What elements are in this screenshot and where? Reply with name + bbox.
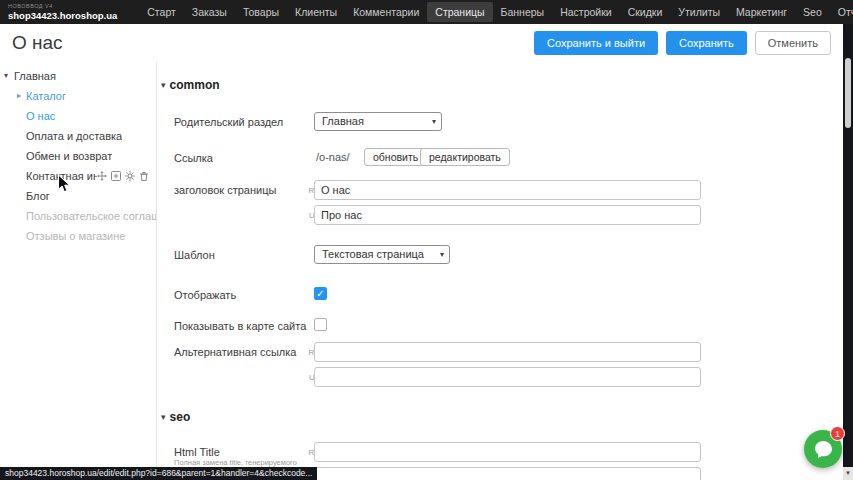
refresh-link-button[interactable]: обновить <box>364 148 427 166</box>
tree-item-actions <box>97 171 149 181</box>
nav-products[interactable]: Товары <box>235 2 287 22</box>
horoshop-admin-window: НОВОВВОД V4 shop34423.horoshop.ua Старт … <box>0 0 853 480</box>
nav-clients[interactable]: Клиенты <box>287 2 345 22</box>
html-title-ru-input[interactable] <box>314 442 701 462</box>
field-display: Отображать ✓ <box>174 285 843 307</box>
pages-tree-sidebar: ▾ Главная ▸ Каталог О нас Оплата и доста… <box>0 62 157 480</box>
caret-down-icon: ▾ <box>161 80 166 90</box>
edit-link-button[interactable]: редактировать <box>420 148 510 166</box>
logo-subtitle: НОВОВВОД V4 <box>8 4 117 10</box>
link-path: /o-nas/ <box>316 151 350 163</box>
nav-start[interactable]: Старт <box>139 2 184 22</box>
caret-right-icon[interactable]: ▸ <box>17 86 26 106</box>
caret-down-icon[interactable]: ▾ <box>4 66 13 86</box>
chevron-down-icon: ▾ <box>432 113 436 130</box>
nav-reports[interactable]: Отчеты <box>830 2 853 22</box>
chat-unread-badge: 1 <box>830 426 845 441</box>
link-preview-statusbar: shop34423.horoshop.ua/edit/edit.php?id=6… <box>0 467 317 480</box>
field-link: Ссылка /o-nas/ обновить редактировать <box>174 148 843 170</box>
nav-settings[interactable]: Настройки <box>552 2 620 22</box>
scroll-down-arrow-icon[interactable]: ▼ <box>843 467 853 480</box>
nav-orders[interactable]: Заказы <box>184 2 235 22</box>
header-buttons: Сохранить и выйти Сохранить Отменить <box>534 31 831 55</box>
parent-section-select[interactable]: Главная ▾ <box>314 112 442 131</box>
chevron-down-icon: ▾ <box>440 246 444 263</box>
scrollbar: ▼ <box>843 24 853 480</box>
topbar: НОВОВВОД V4 shop34423.horoshop.ua Старт … <box>0 0 853 24</box>
settings-icon[interactable] <box>125 171 135 181</box>
logo-domain: shop34423.horoshop.ua <box>8 11 117 21</box>
save-and-exit-button[interactable]: Сохранить и выйти <box>534 31 658 55</box>
html-title-ua-input[interactable] <box>314 467 701 480</box>
page-title-ru-input[interactable] <box>314 180 701 200</box>
nav-utilities[interactable]: Утилиты <box>670 2 728 22</box>
tree-item-contact-info[interactable]: Контактная инфор <box>0 166 156 186</box>
html-title-hint: Полная замена title, генерируемого <box>174 458 297 467</box>
scrollbar-thumb[interactable] <box>845 58 851 128</box>
add-icon[interactable] <box>111 171 121 181</box>
field-alt-link-ua: UA <box>174 367 843 389</box>
nav-comments[interactable]: Комментарии <box>345 2 427 22</box>
nav-seo[interactable]: Seo <box>795 2 830 22</box>
field-parent-section: Родительский раздел Главная ▾ <box>174 112 843 134</box>
page-title: О нас <box>12 32 63 54</box>
page-title-ua-input[interactable] <box>314 205 701 225</box>
template-select[interactable]: Текстовая страница ▾ <box>314 245 450 264</box>
field-template: Шаблон Текстовая страница ▾ <box>174 245 843 267</box>
sitemap-checkbox[interactable] <box>314 318 327 331</box>
nav-pages[interactable]: Страницы <box>427 2 492 22</box>
field-html-title-ru: Html Title Полная замена title, генериру… <box>174 442 843 464</box>
nav-banners[interactable]: Баннеры <box>493 2 553 22</box>
field-page-title-ru: заголовок страницы RU <box>174 180 843 202</box>
field-alt-link-ru: Альтернативная ссылка RU <box>174 342 843 364</box>
page-header: О нас Сохранить и выйти Сохранить Отмени… <box>0 24 843 62</box>
logo[interactable]: НОВОВВОД V4 shop34423.horoshop.ua <box>8 4 117 20</box>
caret-down-icon: ▾ <box>161 412 166 422</box>
section-seo-header[interactable]: ▾ seo <box>161 410 190 424</box>
nav-marketing[interactable]: Маркетинг <box>728 2 795 22</box>
chat-bubble-icon <box>814 440 833 459</box>
display-checkbox[interactable]: ✓ <box>314 287 327 300</box>
page-edit-form: ▾ common Родительский раздел Главная ▾ С… <box>158 62 843 480</box>
chat-launcher-button[interactable]: 1 <box>804 430 842 468</box>
tree-item-blog[interactable]: Блог <box>0 186 156 206</box>
drag-icon[interactable] <box>97 171 107 181</box>
save-button[interactable]: Сохранить <box>666 31 747 55</box>
tree-item-home[interactable]: ▾ Главная <box>0 66 156 86</box>
main-nav: Старт Заказы Товары Клиенты Комментарии … <box>139 2 853 22</box>
tree-item-about[interactable]: О нас <box>0 106 156 126</box>
field-sitemap: Показывать в карте сайта <box>174 316 843 338</box>
alt-link-ru-input[interactable] <box>314 342 701 362</box>
tree-item-store-reviews[interactable]: Отзывы о магазине <box>0 226 156 246</box>
tree-item-payment-delivery[interactable]: Оплата и доставка <box>0 126 156 146</box>
alt-link-ua-input[interactable] <box>314 367 701 387</box>
tree-item-user-agreement[interactable]: Пользовательское соглашение <box>0 206 156 226</box>
delete-icon[interactable] <box>139 171 149 181</box>
field-page-title-ua: UA <box>174 205 843 227</box>
tree-item-exchange-return[interactable]: Обмен и возврат <box>0 146 156 166</box>
cancel-button[interactable]: Отменить <box>755 31 831 55</box>
nav-discounts[interactable]: Скидки <box>620 2 671 22</box>
section-common-header[interactable]: ▾ common <box>161 78 220 92</box>
tree-item-catalog[interactable]: ▸ Каталог <box>0 86 156 106</box>
